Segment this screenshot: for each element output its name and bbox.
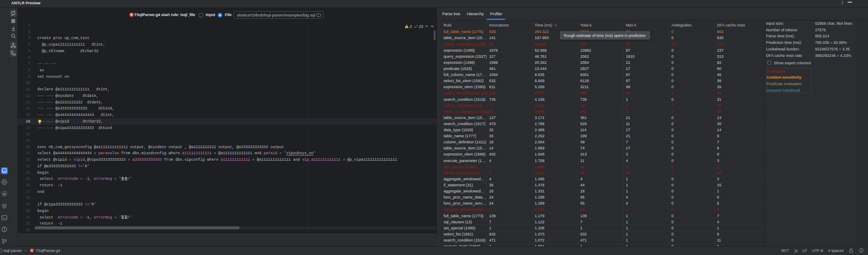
svg-text:A: A bbox=[31, 249, 33, 252]
svg-text:A: A bbox=[131, 13, 133, 16]
